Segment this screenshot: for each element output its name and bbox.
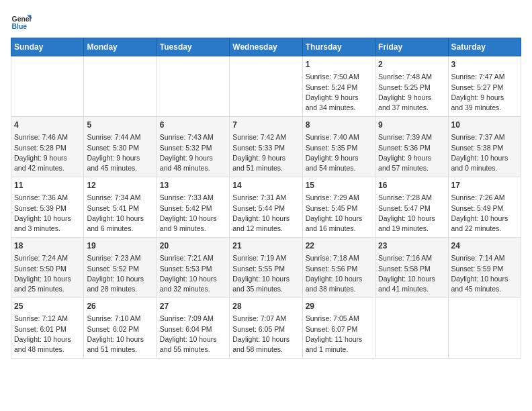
day-info: Sunrise: 7:23 AMSunset: 5:52 PMDaylight:…	[87, 253, 153, 294]
day-number: 18	[14, 240, 81, 252]
calendar-cell: 15Sunrise: 7:29 AMSunset: 5:45 PMDayligh…	[302, 177, 375, 238]
day-number: 13	[160, 180, 226, 191]
day-number: 21	[232, 240, 299, 252]
day-number: 27	[160, 301, 226, 312]
calendar-cell	[84, 56, 157, 117]
calendar-cell: 29Sunrise: 7:05 AMSunset: 6:07 PMDayligh…	[302, 298, 375, 359]
day-info: Sunrise: 7:47 AMSunset: 5:27 PMDaylight:…	[451, 72, 518, 113]
page-header: General Blue	[11, 11, 521, 32]
calendar-cell	[157, 56, 229, 117]
weekday-header-monday: Monday	[84, 38, 157, 56]
day-info: Sunrise: 7:18 AMSunset: 5:56 PMDaylight:…	[306, 253, 372, 294]
calendar-week-row: 1Sunrise: 7:50 AMSunset: 5:24 PMDaylight…	[11, 56, 521, 117]
weekday-header-row: SundayMondayTuesdayWednesdayThursdayFrid…	[11, 38, 521, 56]
day-number: 29	[306, 301, 372, 312]
day-info: Sunrise: 7:07 AMSunset: 6:05 PMDaylight:…	[232, 314, 299, 355]
calendar-cell: 16Sunrise: 7:28 AMSunset: 5:47 PMDayligh…	[375, 177, 448, 238]
day-info: Sunrise: 7:14 AMSunset: 5:59 PMDaylight:…	[451, 253, 518, 294]
calendar-cell	[375, 298, 448, 359]
day-info: Sunrise: 7:39 AMSunset: 5:36 PMDaylight:…	[378, 132, 445, 173]
day-number: 7	[232, 120, 299, 131]
calendar-cell: 10Sunrise: 7:37 AMSunset: 5:38 PMDayligh…	[448, 117, 521, 177]
calendar-cell: 14Sunrise: 7:31 AMSunset: 5:44 PMDayligh…	[230, 177, 302, 238]
day-number: 26	[87, 301, 153, 312]
weekday-header-saturday: Saturday	[448, 38, 521, 56]
calendar-cell: 3Sunrise: 7:47 AMSunset: 5:27 PMDaylight…	[448, 56, 521, 117]
day-number: 24	[451, 240, 518, 252]
day-info: Sunrise: 7:44 AMSunset: 5:30 PMDaylight:…	[87, 132, 153, 173]
calendar-week-row: 4Sunrise: 7:46 AMSunset: 5:28 PMDaylight…	[11, 117, 521, 177]
day-number: 2	[378, 59, 445, 71]
calendar-cell: 9Sunrise: 7:39 AMSunset: 5:36 PMDaylight…	[375, 117, 448, 177]
calendar-cell: 25Sunrise: 7:12 AMSunset: 6:01 PMDayligh…	[11, 298, 84, 359]
calendar-week-row: 18Sunrise: 7:24 AMSunset: 5:50 PMDayligh…	[11, 238, 521, 298]
calendar-cell: 26Sunrise: 7:10 AMSunset: 6:02 PMDayligh…	[84, 298, 157, 359]
day-number: 8	[306, 120, 372, 131]
day-info: Sunrise: 7:12 AMSunset: 6:01 PMDaylight:…	[14, 314, 81, 355]
calendar-cell	[448, 298, 521, 359]
calendar-table: SundayMondayTuesdayWednesdayThursdayFrid…	[11, 38, 521, 359]
weekday-header-thursday: Thursday	[302, 38, 375, 56]
day-info: Sunrise: 7:09 AMSunset: 6:04 PMDaylight:…	[160, 314, 226, 355]
calendar-cell: 7Sunrise: 7:42 AMSunset: 5:33 PMDaylight…	[230, 117, 302, 177]
day-number: 9	[378, 120, 445, 131]
day-info: Sunrise: 7:05 AMSunset: 6:07 PMDaylight:…	[306, 314, 372, 355]
calendar-cell: 11Sunrise: 7:36 AMSunset: 5:39 PMDayligh…	[11, 177, 84, 238]
calendar-cell: 24Sunrise: 7:14 AMSunset: 5:59 PMDayligh…	[448, 238, 521, 298]
calendar-cell: 21Sunrise: 7:19 AMSunset: 5:55 PMDayligh…	[230, 238, 302, 298]
day-info: Sunrise: 7:24 AMSunset: 5:50 PMDaylight:…	[14, 253, 81, 294]
day-number: 22	[306, 240, 372, 252]
day-info: Sunrise: 7:40 AMSunset: 5:35 PMDaylight:…	[306, 132, 372, 173]
day-info: Sunrise: 7:36 AMSunset: 5:39 PMDaylight:…	[14, 193, 81, 234]
day-info: Sunrise: 7:26 AMSunset: 5:49 PMDaylight:…	[451, 193, 518, 234]
day-number: 14	[232, 180, 299, 191]
calendar-cell: 20Sunrise: 7:21 AMSunset: 5:53 PMDayligh…	[157, 238, 229, 298]
day-info: Sunrise: 7:48 AMSunset: 5:25 PMDaylight:…	[378, 72, 445, 113]
calendar-cell: 4Sunrise: 7:46 AMSunset: 5:28 PMDaylight…	[11, 117, 84, 177]
day-number: 15	[306, 180, 372, 191]
calendar-cell: 19Sunrise: 7:23 AMSunset: 5:52 PMDayligh…	[84, 238, 157, 298]
calendar-cell	[230, 56, 302, 117]
calendar-cell: 17Sunrise: 7:26 AMSunset: 5:49 PMDayligh…	[448, 177, 521, 238]
logo: General Blue	[11, 11, 35, 32]
day-number: 25	[14, 301, 81, 312]
logo-icon: General Blue	[11, 11, 32, 32]
calendar-week-row: 11Sunrise: 7:36 AMSunset: 5:39 PMDayligh…	[11, 177, 521, 238]
calendar-cell: 23Sunrise: 7:16 AMSunset: 5:58 PMDayligh…	[375, 238, 448, 298]
calendar-cell: 8Sunrise: 7:40 AMSunset: 5:35 PMDaylight…	[302, 117, 375, 177]
weekday-header-tuesday: Tuesday	[157, 38, 229, 56]
day-number: 19	[87, 240, 153, 252]
calendar-cell: 6Sunrise: 7:43 AMSunset: 5:32 PMDaylight…	[157, 117, 229, 177]
calendar-cell: 13Sunrise: 7:33 AMSunset: 5:42 PMDayligh…	[157, 177, 229, 238]
weekday-header-friday: Friday	[375, 38, 448, 56]
day-info: Sunrise: 7:46 AMSunset: 5:28 PMDaylight:…	[14, 132, 81, 173]
weekday-header-wednesday: Wednesday	[230, 38, 302, 56]
calendar-cell: 5Sunrise: 7:44 AMSunset: 5:30 PMDaylight…	[84, 117, 157, 177]
day-number: 28	[232, 301, 299, 312]
day-number: 3	[451, 59, 518, 71]
calendar-cell: 22Sunrise: 7:18 AMSunset: 5:56 PMDayligh…	[302, 238, 375, 298]
day-number: 11	[14, 180, 81, 191]
calendar-cell: 2Sunrise: 7:48 AMSunset: 5:25 PMDaylight…	[375, 56, 448, 117]
calendar-cell: 18Sunrise: 7:24 AMSunset: 5:50 PMDayligh…	[11, 238, 84, 298]
calendar-cell: 27Sunrise: 7:09 AMSunset: 6:04 PMDayligh…	[157, 298, 229, 359]
day-number: 17	[451, 180, 518, 191]
day-number: 16	[378, 180, 445, 191]
day-number: 10	[451, 120, 518, 131]
day-number: 6	[160, 120, 226, 131]
day-info: Sunrise: 7:50 AMSunset: 5:24 PMDaylight:…	[306, 72, 372, 113]
day-number: 12	[87, 180, 153, 191]
day-info: Sunrise: 7:16 AMSunset: 5:58 PMDaylight:…	[378, 253, 445, 294]
calendar-cell: 12Sunrise: 7:34 AMSunset: 5:41 PMDayligh…	[84, 177, 157, 238]
calendar-cell: 28Sunrise: 7:07 AMSunset: 6:05 PMDayligh…	[230, 298, 302, 359]
day-info: Sunrise: 7:37 AMSunset: 5:38 PMDaylight:…	[451, 132, 518, 173]
day-info: Sunrise: 7:31 AMSunset: 5:44 PMDaylight:…	[232, 193, 299, 234]
calendar-cell	[11, 56, 84, 117]
weekday-header-sunday: Sunday	[11, 38, 84, 56]
day-number: 23	[378, 240, 445, 252]
day-info: Sunrise: 7:33 AMSunset: 5:42 PMDaylight:…	[160, 193, 226, 234]
day-info: Sunrise: 7:29 AMSunset: 5:45 PMDaylight:…	[306, 193, 372, 234]
day-number: 20	[160, 240, 226, 252]
day-info: Sunrise: 7:34 AMSunset: 5:41 PMDaylight:…	[87, 193, 153, 234]
day-info: Sunrise: 7:19 AMSunset: 5:55 PMDaylight:…	[232, 253, 299, 294]
